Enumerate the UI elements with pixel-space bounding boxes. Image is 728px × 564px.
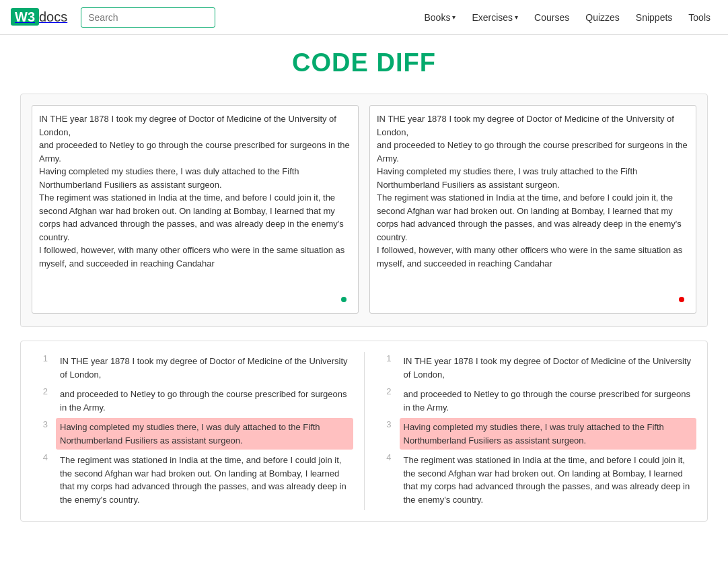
- diff-col-left: 1IN THE year 1878 I took my degree of Do…: [32, 352, 353, 510]
- textarea-right-wrapper: [369, 105, 696, 316]
- textarea-row: [20, 94, 708, 327]
- diff-line: 3Having completed my studies there, I wa…: [375, 418, 697, 450]
- line-number: 3: [375, 418, 392, 429]
- tools-link[interactable]: Tools: [682, 8, 717, 27]
- line-text: IN THE year 1878 I took my degree of Doc…: [400, 352, 697, 384]
- courses-link[interactable]: Courses: [527, 8, 576, 27]
- nav-links: Books ▾ Exercises ▾ Courses Quizzes Snip…: [418, 8, 718, 27]
- tools-label: Tools: [688, 12, 711, 23]
- diff-line: 1IN THE year 1878 I took my degree of Do…: [32, 352, 353, 384]
- diff-line: 2and proceeded to Netley to go through t…: [32, 385, 353, 417]
- diff-line: 4The regiment was stationed in India at …: [32, 451, 353, 509]
- line-text: IN THE year 1878 I took my degree of Doc…: [56, 352, 353, 384]
- search-input[interactable]: [81, 7, 215, 28]
- scroll-indicator-right: [679, 297, 684, 302]
- books-chevron: ▾: [452, 13, 456, 21]
- quizzes-link[interactable]: Quizzes: [579, 8, 626, 27]
- line-text: and proceeded to Netley to go through th…: [400, 385, 697, 417]
- diff-line: 3Having completed my studies there, I wa…: [32, 418, 353, 450]
- exercises-chevron: ▾: [515, 13, 518, 21]
- textarea-left-wrapper: [32, 105, 359, 316]
- line-number: 4: [32, 451, 48, 462]
- textarea-right[interactable]: [369, 105, 696, 314]
- snippets-link[interactable]: Snippets: [629, 8, 679, 27]
- line-number: 2: [32, 385, 48, 396]
- line-number: 1: [375, 352, 392, 363]
- line-number: 4: [375, 451, 392, 462]
- main-content: CODE DIFF 1IN THE year 1878 I took my de…: [0, 35, 728, 535]
- line-text: and proceeded to Netley to go through th…: [56, 385, 353, 417]
- diff-separator: [364, 352, 365, 510]
- textarea-left[interactable]: [32, 105, 359, 314]
- courses-label: Courses: [534, 12, 569, 23]
- page-title: CODE DIFF: [20, 48, 708, 77]
- line-number: 2: [375, 385, 392, 396]
- diff-col-right: 1IN THE year 1878 I took my degree of Do…: [375, 352, 697, 510]
- diff-line: 1IN THE year 1878 I took my degree of Do…: [375, 352, 697, 384]
- line-text: The regiment was stationed in India at t…: [56, 451, 353, 509]
- logo-docs: docs: [39, 9, 67, 24]
- line-text: Having completed my studies there, I was…: [400, 418, 697, 450]
- search-box: [81, 7, 215, 28]
- snippets-label: Snippets: [636, 12, 672, 23]
- navbar: W3docs Books ▾ Exercises ▾ Courses Quizz…: [0, 0, 728, 35]
- quizzes-label: Quizzes: [585, 12, 620, 23]
- logo-w3: W3: [11, 8, 39, 26]
- exercises-menu[interactable]: Exercises ▾: [465, 8, 525, 27]
- books-menu[interactable]: Books ▾: [418, 8, 463, 27]
- diff-section: 1IN THE year 1878 I took my degree of Do…: [20, 341, 708, 522]
- diff-line: 2and proceeded to Netley to go through t…: [375, 385, 697, 417]
- books-label: Books: [425, 12, 451, 23]
- line-text: Having completed my studies there, I was…: [56, 418, 353, 450]
- diff-line: 4The regiment was stationed in India at …: [375, 451, 697, 509]
- logo-link[interactable]: W3docs: [11, 9, 67, 25]
- exercises-label: Exercises: [472, 12, 513, 23]
- diff-row: 1IN THE year 1878 I took my degree of Do…: [32, 352, 696, 510]
- line-number: 1: [32, 352, 48, 363]
- line-number: 3: [32, 418, 48, 429]
- line-text: The regiment was stationed in India at t…: [400, 451, 697, 509]
- scroll-indicator-left: [341, 297, 347, 302]
